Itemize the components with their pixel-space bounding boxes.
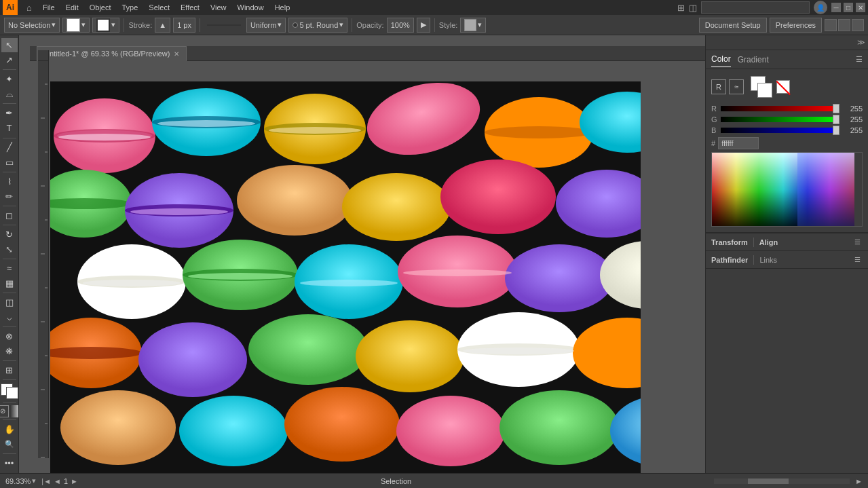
opacity-more[interactable]: ▶: [417, 18, 430, 33]
nav-right-btn[interactable]: ►: [855, 477, 863, 485]
zoom-dropdown[interactable]: ▾: [32, 476, 36, 485]
nav-next-btn[interactable]: ►: [71, 477, 78, 485]
nav-first-btn[interactable]: |◄: [41, 477, 51, 485]
paintbrush-btn[interactable]: ⌇: [1, 174, 18, 189]
workspace-icon[interactable]: ⊞: [677, 3, 685, 13]
hand-tool-btn[interactable]: ✋: [1, 422, 18, 436]
gradient-tab[interactable]: Gradient: [738, 52, 769, 67]
line-btn[interactable]: ╱: [1, 140, 18, 154]
scroll-thumb: [748, 478, 789, 484]
stroke-type-select[interactable]: Uniform ▾: [246, 18, 286, 33]
opacity-input[interactable]: 100%: [387, 18, 414, 33]
stroke-control[interactable]: ▾: [92, 18, 119, 33]
zoom-control: 69.33% ▾: [5, 476, 36, 485]
stroke-up-btn[interactable]: ▲: [155, 18, 170, 33]
scale-btn[interactable]: ⤡: [1, 242, 18, 257]
gradient-fill-btn[interactable]: [10, 405, 20, 417]
rectangle-btn[interactable]: ▭: [1, 155, 18, 170]
magic-wand-btn[interactable]: ✦: [1, 72, 18, 86]
panel-icon[interactable]: ◫: [689, 3, 697, 13]
toolbox: ↖ ↗ ✦ ⌓ ✒ T ╱ ▭ ⌇ ✏ ◻ ↻ ⤡ ≈ ▦ ◫ ⌵ ⊗ ❋ ⊞: [0, 35, 19, 473]
tab-close-btn[interactable]: ✕: [174, 50, 179, 58]
menu-type[interactable]: Type: [117, 2, 143, 13]
no-fill-icon[interactable]: [776, 80, 790, 94]
artboard[interactable]: [50, 81, 641, 473]
color-swatches[interactable]: [1, 383, 18, 399]
eyedropper-btn[interactable]: ⌵: [1, 310, 18, 324]
lasso-btn[interactable]: ⌓: [1, 87, 18, 101]
pencil-btn[interactable]: ✏: [1, 189, 18, 204]
user-icon[interactable]: 👤: [814, 1, 827, 14]
align-btn-1[interactable]: [825, 19, 837, 31]
fill-swatch[interactable]: ▾: [62, 18, 90, 33]
minimize-button[interactable]: ─: [831, 3, 841, 12]
graph-btn[interactable]: ▦: [1, 276, 18, 290]
g-slider[interactable]: [721, 117, 839, 122]
home-icon[interactable]: ⌂: [22, 0, 37, 15]
pathfinder-label[interactable]: Pathfinder: [711, 256, 748, 264]
stroke-width-val: 1 px: [177, 21, 191, 29]
align-label[interactable]: Align: [759, 238, 778, 246]
doc-setup-button[interactable]: Document Setup: [699, 18, 767, 33]
direct-select-btn[interactable]: ↗: [1, 53, 18, 67]
transform-label[interactable]: Transform: [711, 238, 748, 246]
color-bg[interactable]: [757, 83, 772, 98]
menu-window[interactable]: Window: [233, 2, 269, 13]
none-color-btn[interactable]: ⊘: [0, 405, 9, 417]
gradient-btn[interactable]: ◫: [1, 295, 18, 309]
more-tools-btn[interactable]: •••: [1, 456, 18, 470]
warp-btn[interactable]: ≈: [1, 261, 18, 276]
color-panel-menu[interactable]: ☰: [856, 55, 863, 64]
artboard-btn[interactable]: ⊞: [1, 363, 18, 377]
search-input[interactable]: [701, 1, 810, 14]
selection-tool-btn[interactable]: ↖: [1, 38, 18, 52]
lower-panels: Transform Align ☰ Pathfinder Links ☰: [706, 233, 868, 269]
color-tab[interactable]: Color: [711, 52, 731, 67]
eraser-btn[interactable]: ◻: [1, 208, 18, 223]
opacity-label: Opacity:: [356, 21, 383, 29]
menu-help[interactable]: Help: [270, 2, 295, 13]
blend-btn[interactable]: ⊗: [1, 329, 18, 343]
sep3: [352, 18, 352, 32]
stroke-width-input[interactable]: 1 px: [173, 18, 195, 33]
pen-btn[interactable]: ✒: [1, 106, 18, 120]
lower-panel-menu-btn[interactable]: ☰: [852, 237, 863, 248]
align-btn-2[interactable]: [838, 19, 850, 31]
sep2: [200, 18, 200, 32]
stroke-line-preview: [207, 24, 241, 26]
color-spectrum[interactable]: [711, 152, 863, 227]
menu-file[interactable]: File: [38, 2, 60, 13]
canvas-area: Untitled-1* @ 69.33 % (RGB/Preview) ✕: [19, 35, 705, 473]
selection-tool-dropdown[interactable]: No Selection ▾: [4, 18, 60, 33]
symbol-btn[interactable]: ❋: [1, 344, 18, 358]
nav-prev-btn[interactable]: ◄: [54, 477, 61, 485]
menu-view[interactable]: View: [206, 2, 231, 13]
scroll-bar-h[interactable]: [714, 478, 850, 484]
g-slider-row: G 255: [711, 115, 863, 124]
brush-size-control[interactable]: 5 pt. Round ▾: [288, 18, 347, 33]
style-swatch[interactable]: ▾: [460, 18, 486, 33]
menu-bar-right: ⊞ ◫ 👤 ─ □ ✕: [677, 1, 865, 14]
preferences-button[interactable]: Preferences: [770, 18, 822, 33]
bg-color-swatch[interactable]: [6, 387, 18, 399]
hex-input[interactable]: [718, 137, 759, 149]
type-btn[interactable]: T: [1, 121, 18, 135]
links-label[interactable]: Links: [759, 256, 777, 264]
menu-select[interactable]: Select: [144, 2, 174, 13]
document-tab[interactable]: Untitled-1* @ 69.33 % (RGB/Preview) ✕: [37, 46, 187, 61]
panel-collapse-btn[interactable]: ≫: [857, 38, 865, 47]
arrange-btn[interactable]: [852, 19, 864, 31]
rgb-mode-icon[interactable]: R: [711, 79, 726, 94]
zoom-tool-btn[interactable]: 🔍: [1, 437, 18, 451]
pathfinder-menu-btn[interactable]: ☰: [852, 255, 863, 265]
spectrum-icon[interactable]: ≈: [729, 79, 744, 94]
r-label: R: [711, 105, 718, 113]
r-slider[interactable]: [721, 106, 839, 111]
menu-edit[interactable]: Edit: [61, 2, 83, 13]
close-button[interactable]: ✕: [856, 3, 865, 12]
menu-effect[interactable]: Effect: [176, 2, 204, 13]
menu-object[interactable]: Object: [85, 2, 116, 13]
maximize-button[interactable]: □: [844, 3, 853, 12]
rotate-btn[interactable]: ↻: [1, 227, 18, 242]
b-slider[interactable]: [721, 128, 839, 133]
